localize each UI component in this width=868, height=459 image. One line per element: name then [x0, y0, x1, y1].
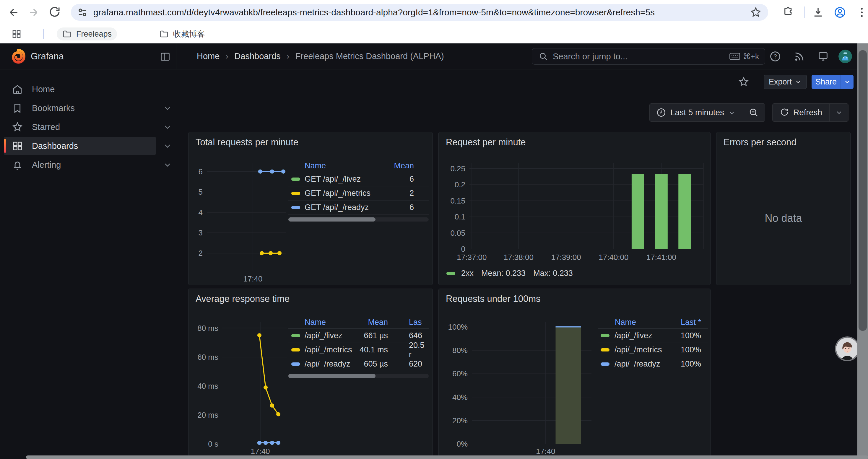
bookmark-folder-freeleaps[interactable]: Freeleaps	[57, 28, 117, 40]
column-name[interactable]: Name	[615, 318, 636, 327]
legend-row-livez[interactable]: /api/_/livez 100%	[598, 329, 708, 343]
favorite-star-icon[interactable]	[738, 76, 749, 88]
forward-icon[interactable]	[27, 6, 40, 19]
series-name[interactable]: /api/_/metrics	[615, 345, 662, 355]
sidebar-item-label: Home	[32, 85, 55, 94]
legend-row-readyz[interactable]: GET /api/_/readyz 6	[288, 201, 429, 215]
url-bar[interactable]: grafana.mathmast.com/d/deytv4rwavabkb/fr…	[71, 4, 768, 21]
series-name[interactable]: /api/_/readyz	[615, 359, 660, 369]
panel-request-per-minute[interactable]: Request per minute 0.250.20.150.10.05017…	[438, 132, 711, 285]
panel-title[interactable]: Requests under 100ms	[446, 294, 541, 304]
reload-icon[interactable]	[48, 6, 61, 19]
series-swatch[interactable]	[446, 272, 455, 275]
toolbar-divider	[804, 6, 805, 18]
legend-row-readyz[interactable]: /api/_/readyz 100%	[598, 357, 708, 371]
panel-title[interactable]: Request per minute	[446, 137, 526, 148]
zoom-out-button[interactable]	[742, 104, 765, 121]
breadcrumb-separator: ›	[286, 51, 289, 61]
panel-requests-under-100ms[interactable]: Requests under 100ms 100%80%60%40%20%0%1…	[438, 289, 711, 459]
legend-row-metrics[interactable]: /api/_/metrics 100%	[598, 343, 708, 357]
series-swatch[interactable]	[291, 177, 300, 181]
series-name[interactable]: GET /api/_/readyz	[305, 203, 369, 212]
url-text[interactable]: grafana.mathmast.com/d/deytv4rwavabkb/fr…	[93, 7, 750, 18]
series-name[interactable]: /api/_/livez	[305, 331, 342, 340]
panel-average-response-time[interactable]: Average response time 80 ms60 ms40 ms20 …	[188, 289, 433, 459]
column-mean[interactable]: Mean	[359, 318, 388, 327]
kiosk-monitor-icon[interactable]	[817, 51, 829, 62]
refresh-button[interactable]: Refresh	[773, 104, 829, 121]
series-swatch[interactable]	[601, 348, 610, 352]
series-swatch[interactable]	[291, 206, 300, 209]
chevron-down-icon[interactable]	[163, 104, 172, 112]
svg-text:17:38:00: 17:38:00	[504, 253, 533, 262]
sidebar-item-bookmarks[interactable]: Bookmarks	[0, 99, 176, 117]
refresh-interval-dropdown[interactable]	[829, 104, 848, 121]
back-icon[interactable]	[7, 6, 20, 19]
vertical-scrollbar-thumb[interactable]	[859, 50, 867, 331]
dock-menu-icon[interactable]	[159, 51, 171, 62]
bookmark-folder-blogs[interactable]: 收藏博客	[154, 28, 210, 40]
series-name[interactable]: /api/_/metrics	[305, 345, 352, 355]
chevron-down-icon[interactable]	[163, 160, 172, 169]
sidebar-item-alerting[interactable]: Alerting	[0, 156, 176, 174]
series-swatch[interactable]	[601, 362, 610, 366]
export-button[interactable]: Export	[764, 75, 807, 89]
horizontal-scrollbar[interactable]	[26, 455, 868, 459]
menu-dots-icon[interactable]	[856, 6, 868, 19]
profile-icon[interactable]	[834, 6, 846, 19]
series-name[interactable]: GET /api/_/livez	[305, 174, 361, 184]
panel-title[interactable]: Average response time	[195, 294, 289, 304]
column-mean[interactable]: Mean	[394, 161, 414, 170]
panel-errors-per-second[interactable]: Errors per second No data	[716, 132, 850, 285]
series-name[interactable]: /api/_/readyz	[305, 359, 350, 369]
svg-text:17:37:00: 17:37:00	[457, 253, 487, 262]
legend-row-livez[interactable]: /api/_/livez 661 µs 646	[288, 329, 429, 343]
series-swatch[interactable]	[601, 334, 610, 337]
extensions-icon[interactable]	[782, 6, 795, 19]
breadcrumb-home[interactable]: Home	[197, 52, 219, 61]
legend-scrollbar[interactable]	[288, 218, 429, 222]
series-swatch[interactable]	[291, 348, 300, 352]
series-name[interactable]: GET /api/_/metrics	[305, 189, 370, 198]
news-rss-icon[interactable]	[794, 51, 805, 62]
chevron-down-icon[interactable]	[163, 123, 172, 131]
user-avatar[interactable]	[838, 50, 852, 63]
refresh-label: Refresh	[793, 108, 822, 117]
assistant-avatar[interactable]	[836, 338, 859, 360]
legend-row-metrics[interactable]: GET /api/_/metrics 2	[288, 186, 429, 201]
column-name[interactable]: Name	[305, 161, 326, 170]
series-name[interactable]: /api/_/livez	[615, 331, 652, 340]
legend-row-readyz[interactable]: /api/_/readyz 605 µs 620	[288, 357, 429, 371]
help-icon[interactable]: ?	[769, 51, 781, 62]
time-range-picker[interactable]: Last 5 minutes	[650, 104, 742, 121]
apps-grid-icon[interactable]	[11, 29, 22, 39]
panel-title[interactable]: Total requests per minute	[195, 137, 299, 148]
search-input[interactable]: Search or jump to... ⌘+k	[532, 48, 765, 65]
sidebar-item-home[interactable]: Home	[0, 80, 176, 98]
series-swatch[interactable]	[291, 192, 300, 195]
sidebar-item-dashboards[interactable]: Dashboards	[0, 137, 176, 155]
column-last[interactable]: Las	[409, 318, 422, 327]
legend-row-metrics[interactable]: /api/_/metrics 40.1 ms 20.5 r	[288, 343, 429, 357]
series-swatch[interactable]	[291, 334, 300, 337]
series-name[interactable]: 2xx	[461, 269, 473, 278]
bar-chart: 0.250.20.150.10.05017:37:0017:38:0017:39…	[442, 160, 708, 262]
download-icon[interactable]	[812, 6, 824, 19]
sidebar-item-starred[interactable]: Starred	[0, 118, 176, 136]
column-last[interactable]: Last *	[681, 318, 701, 327]
site-settings-icon[interactable]	[76, 6, 89, 19]
breadcrumb-dashboards[interactable]: Dashboards	[234, 52, 280, 61]
panel-total-requests-per-minute[interactable]: Total requests per minute 6543217:40 Nam…	[188, 132, 433, 285]
chevron-down-icon[interactable]	[163, 141, 172, 150]
breadcrumb-separator: ›	[225, 51, 228, 61]
grafana-brand[interactable]: Grafana	[31, 51, 64, 62]
panel-title[interactable]: Errors per second	[723, 137, 796, 148]
legend-row-livez[interactable]: GET /api/_/livez 6	[288, 172, 429, 186]
share-dropdown-button[interactable]	[840, 75, 854, 89]
legend-scrollbar[interactable]	[288, 374, 429, 378]
share-button[interactable]: Share	[812, 75, 840, 89]
grafana-logo-icon[interactable]	[10, 48, 26, 65]
bookmark-star-icon[interactable]	[750, 6, 762, 18]
column-name[interactable]: Name	[305, 318, 326, 327]
series-swatch[interactable]	[291, 362, 300, 366]
